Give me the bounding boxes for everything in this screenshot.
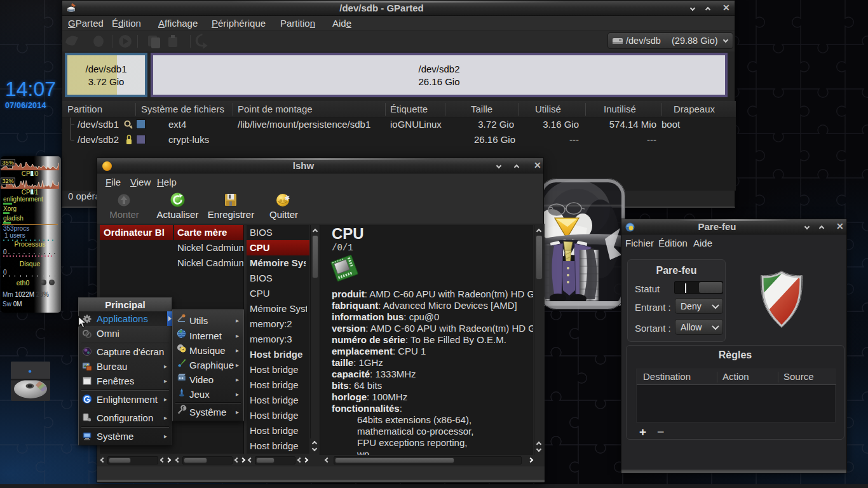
svg-text:32%: 32% xyxy=(3,178,14,184)
svg-text:35%: 35% xyxy=(3,159,14,166)
